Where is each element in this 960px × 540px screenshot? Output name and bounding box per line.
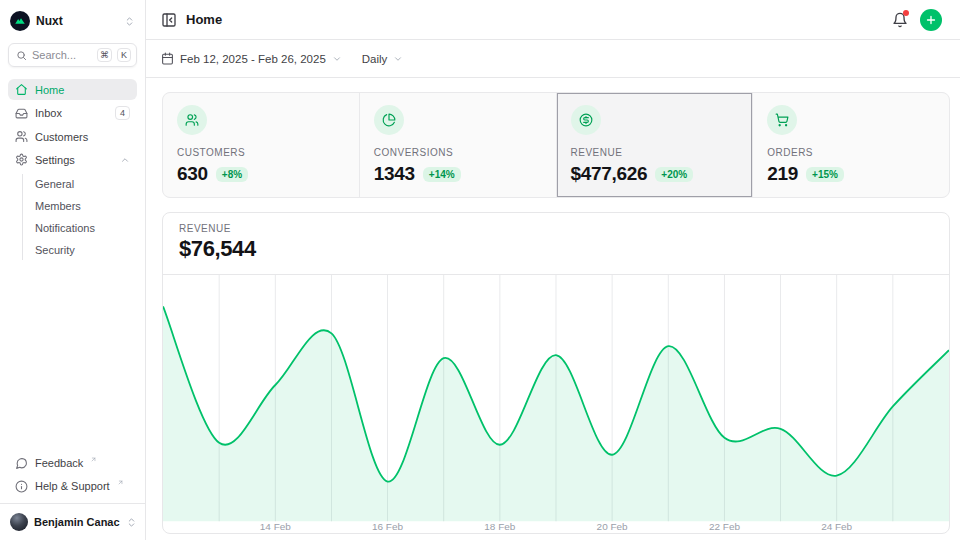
stat-delta-badge: +15% xyxy=(806,167,844,182)
stat-delta-badge: +8% xyxy=(216,167,248,182)
stat-label: ORDERS xyxy=(767,147,935,158)
message-circle-icon xyxy=(15,457,28,470)
add-button[interactable] xyxy=(920,9,942,31)
date-range-picker[interactable]: Feb 12, 2025 - Feb 26, 2025 xyxy=(161,52,342,65)
sidebar-item-settings[interactable]: Settings xyxy=(8,149,137,170)
inbox-icon xyxy=(15,107,28,120)
user-name: Benjamin Canac xyxy=(34,516,120,528)
chart-x-tick-label: 20 Feb xyxy=(597,521,628,532)
sidebar-subitem-security[interactable]: Security xyxy=(23,240,137,260)
sidebar-subitem-notifications[interactable]: Notifications xyxy=(23,218,137,238)
chart-x-tick-label: 24 Feb xyxy=(821,521,852,532)
chart-pie-icon xyxy=(374,105,404,135)
filters-toolbar: Feb 12, 2025 - Feb 26, 2025 Daily xyxy=(146,40,960,78)
chevron-down-icon xyxy=(393,54,403,64)
sidebar-subitem-members[interactable]: Members xyxy=(23,196,137,216)
stat-delta-badge: +20% xyxy=(655,167,693,182)
stat-value: 219 xyxy=(767,163,798,185)
chart-x-tick-label: 22 Feb xyxy=(709,521,740,532)
sidebar-footer: Feedback Help & Support xyxy=(0,447,145,503)
shopping-cart-icon xyxy=(767,105,797,135)
granularity-value: Daily xyxy=(362,53,388,65)
stat-value: 1343 xyxy=(374,163,415,185)
header-actions xyxy=(892,9,942,31)
stat-card-revenue[interactable]: REVENUE $477,626 +20% xyxy=(557,93,753,197)
granularity-select[interactable]: Daily xyxy=(362,53,404,65)
sidebar-item-home[interactable]: Home xyxy=(8,79,137,100)
sidebar-subitem-general[interactable]: General xyxy=(23,174,137,194)
chart-metric-label: REVENUE xyxy=(179,223,933,234)
kbd-cmd: ⌘ xyxy=(97,48,112,62)
stat-label: REVENUE xyxy=(571,147,739,158)
sidebar-item-customers[interactable]: Customers xyxy=(8,126,137,147)
calendar-icon xyxy=(161,52,174,65)
sidebar-item-inbox[interactable]: Inbox 4 xyxy=(8,102,137,124)
plus-icon xyxy=(925,14,937,26)
home-icon xyxy=(15,83,28,96)
date-range-value: Feb 12, 2025 - Feb 26, 2025 xyxy=(180,53,326,65)
chart-header: REVENUE $76,544 xyxy=(163,213,949,275)
stat-label: CUSTOMERS xyxy=(177,147,345,158)
help-support-label: Help & Support xyxy=(35,480,110,492)
dashboard-content: CUSTOMERS 630 +8% CONVERSIONS 1343 +14% xyxy=(146,78,960,540)
info-circle-icon xyxy=(15,480,28,493)
search-placeholder: Search... xyxy=(32,49,92,61)
sidebar-item-label: Settings xyxy=(35,154,75,166)
revenue-area-chart: 14 Feb16 Feb18 Feb20 Feb22 Feb24 Feb xyxy=(163,275,949,533)
chart-plot-area[interactable]: 14 Feb16 Feb18 Feb20 Feb22 Feb24 Feb xyxy=(163,275,949,533)
dashboard-page: Nuxt Search... ⌘ K Home xyxy=(0,0,960,540)
stat-card-conversions[interactable]: CONVERSIONS 1343 +14% xyxy=(360,93,556,197)
search-icon xyxy=(16,50,27,61)
users-round-icon xyxy=(177,105,207,135)
settings-subnav: General Members Notifications Security xyxy=(22,174,137,260)
stat-label: CONVERSIONS xyxy=(374,147,542,158)
stat-card-customers[interactable]: CUSTOMERS 630 +8% xyxy=(163,93,359,197)
main-area: Home Feb 12, 2025 - Feb 26, 2025 xyxy=(146,0,960,540)
sidebar-nav: Home Inbox 4 Customers Settings xyxy=(0,69,145,262)
feedback-link[interactable]: Feedback xyxy=(8,453,137,474)
chart-x-tick-label: 18 Feb xyxy=(484,521,515,532)
chevron-down-icon xyxy=(332,54,342,64)
arrow-up-right-icon xyxy=(117,479,124,486)
help-support-link[interactable]: Help & Support xyxy=(8,476,137,497)
sidebar-item-label: Home xyxy=(35,84,64,96)
page-header: Home xyxy=(146,0,960,40)
unread-dot xyxy=(903,10,909,16)
nuxt-logo xyxy=(10,11,30,31)
sidebar: Nuxt Search... ⌘ K Home xyxy=(0,0,146,540)
user-menu[interactable]: Benjamin Canac xyxy=(0,503,145,540)
gear-icon xyxy=(15,153,28,166)
stat-card-orders[interactable]: ORDERS 219 +15% xyxy=(753,93,949,197)
chevron-up-icon xyxy=(120,155,130,165)
chart-x-tick-label: 16 Feb xyxy=(372,521,403,532)
chart-metric-value: $76,544 xyxy=(179,236,933,262)
stat-value: $477,626 xyxy=(571,163,648,185)
chart-x-tick-label: 14 Feb xyxy=(260,521,291,532)
arrow-up-right-icon xyxy=(90,456,97,463)
kbd-k: K xyxy=(117,48,131,62)
workspace-name: Nuxt xyxy=(36,14,118,28)
panel-left-close-icon[interactable] xyxy=(161,12,177,28)
avatar xyxy=(10,513,28,531)
notifications-button[interactable] xyxy=(892,12,908,28)
chevrons-up-down-icon xyxy=(124,16,135,27)
chevrons-up-down-icon xyxy=(126,517,137,528)
circle-dollar-icon xyxy=(571,105,601,135)
revenue-chart-card: REVENUE $76,544 14 Feb16 Feb18 Feb20 Feb… xyxy=(162,212,950,534)
workspace-switcher[interactable]: Nuxt xyxy=(0,0,145,37)
stats-row: CUSTOMERS 630 +8% CONVERSIONS 1343 +14% xyxy=(162,92,950,198)
sidebar-item-label: Customers xyxy=(35,131,88,143)
search-input[interactable]: Search... ⌘ K xyxy=(8,43,137,67)
feedback-label: Feedback xyxy=(35,457,83,469)
users-icon xyxy=(15,130,28,143)
inbox-count-badge: 4 xyxy=(115,106,130,120)
stat-value: 630 xyxy=(177,163,208,185)
sidebar-item-label: Inbox xyxy=(35,107,62,119)
stat-delta-badge: +14% xyxy=(423,167,461,182)
page-title: Home xyxy=(186,12,222,27)
